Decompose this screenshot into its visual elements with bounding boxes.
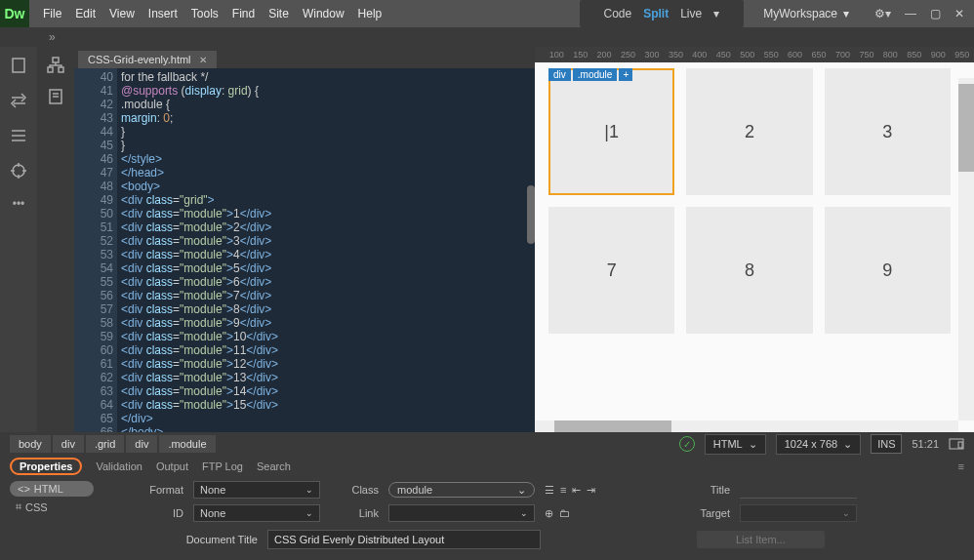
device-preview-icon[interactable] [949, 436, 964, 452]
preview-cell[interactable]: 7 [548, 207, 674, 334]
html-mode-button[interactable]: <> HTML [10, 481, 94, 497]
doc-title-input[interactable] [267, 530, 541, 549]
indent-icon[interactable]: ⇥ [587, 484, 595, 497]
file-icon[interactable] [10, 57, 27, 74]
preview-canvas[interactable]: |123789 div .module + [535, 62, 974, 432]
close-tab-icon[interactable]: ✕ [199, 55, 207, 65]
gear-icon[interactable]: ⚙▾ [874, 7, 891, 20]
viewmode-split[interactable]: Split [643, 7, 669, 20]
svg-rect-7 [958, 442, 962, 448]
document-tab[interactable]: CSS-Grid-evenly.html ✕ [78, 51, 217, 68]
breadcrumb-item[interactable]: .grid [86, 435, 124, 453]
text-format-icons: ☰ ≡ ⇤ ⇥ [545, 484, 662, 497]
page-icon[interactable] [47, 88, 64, 105]
preview-scrollbar-horizontal[interactable] [535, 420, 958, 432]
tree-icon[interactable] [47, 57, 64, 74]
ordered-list-icon[interactable]: ≡ [560, 484, 566, 497]
minimize-icon[interactable]: — [905, 7, 916, 20]
menu-site[interactable]: Site [268, 7, 289, 20]
expand-icon[interactable]: » [0, 30, 56, 44]
class-label: Class [330, 484, 379, 496]
class-select[interactable]: module⌄ [388, 482, 535, 498]
format-select[interactable]: None⌄ [193, 481, 320, 499]
menu-insert[interactable]: Insert [148, 7, 178, 20]
svg-rect-2 [53, 58, 59, 62]
more-icon[interactable]: ••• [13, 197, 25, 211]
link-label: Link [330, 507, 379, 519]
css-icon: ⌗ [16, 500, 21, 513]
svg-rect-0 [13, 59, 24, 72]
panel-tab-properties[interactable]: Properties [10, 458, 82, 475]
panel-tab-ftp-log[interactable]: FTP Log [202, 460, 243, 472]
point-to-file-icon[interactable]: ⊕ [545, 507, 553, 520]
breadcrumb-item[interactable]: div [126, 435, 157, 453]
document-tabs: CSS-Grid-evenly.html ✕ [74, 47, 535, 68]
list-item-button[interactable]: List Item... [697, 531, 825, 548]
viewport-size-select[interactable]: 1024 x 768⌄ [776, 434, 861, 455]
panel-tab-validation[interactable]: Validation [96, 460, 142, 472]
breadcrumb-item[interactable]: .module [159, 435, 215, 453]
code-text[interactable]: for the fallback */@supports (display: g… [117, 68, 535, 432]
app-logo: Dw [0, 0, 29, 27]
title-input[interactable] [740, 481, 857, 499]
id-select[interactable]: None⌄ [193, 504, 320, 522]
doctype-select[interactable]: HTML⌄ [705, 434, 766, 455]
preview-cell[interactable]: |1 [548, 68, 674, 195]
workspace-label: MyWorkspace [763, 7, 837, 20]
panel-tab-output[interactable]: Output [156, 460, 188, 472]
preview-cell[interactable]: 2 [686, 68, 812, 195]
chevron-down-icon: ▾ [843, 7, 849, 20]
preview-cell[interactable]: 3 [825, 68, 951, 195]
cursor-position: 51:21 [912, 438, 939, 450]
format-label: Format [105, 484, 183, 496]
panel-menu-icon[interactable]: ≡ [958, 460, 964, 472]
viewmode-code[interactable]: Code [604, 7, 632, 20]
breadcrumb-item[interactable]: div [53, 435, 84, 453]
element-selector-hint[interactable]: div .module + [548, 68, 632, 81]
add-selector-icon[interactable]: + [619, 68, 632, 81]
svg-rect-3 [48, 67, 53, 72]
id-label: ID [105, 507, 183, 519]
sidebar-tools-right [37, 47, 74, 432]
menu-window[interactable]: Window [303, 7, 345, 20]
scrollbar-thumb[interactable] [527, 185, 535, 244]
chevron-down-icon[interactable]: ▾ [713, 7, 719, 20]
menu-find[interactable]: Find [232, 7, 255, 20]
browse-folder-icon[interactable]: 🗀 [559, 507, 570, 520]
swap-icon[interactable] [10, 92, 27, 109]
insert-mode[interactable]: INS [871, 434, 902, 454]
outdent-icon[interactable]: ⇤ [572, 484, 581, 497]
menu-tools[interactable]: Tools [191, 7, 219, 20]
menu-help[interactable]: Help [358, 7, 383, 20]
unordered-list-icon[interactable]: ☰ [545, 484, 554, 497]
panel-tab-search[interactable]: Search [257, 460, 291, 472]
selector-tag: div [548, 68, 571, 81]
menu-edit[interactable]: Edit [75, 7, 96, 20]
svg-rect-4 [59, 67, 63, 72]
menu-view[interactable]: View [109, 7, 135, 20]
preview-cell[interactable]: 8 [686, 207, 812, 334]
tab-label: CSS-Grid-evenly.html [88, 54, 191, 65]
target-icon[interactable] [10, 162, 27, 180]
workspace-selector[interactable]: MyWorkspace ▾ [763, 7, 849, 20]
list-icon[interactable] [10, 127, 27, 144]
ruler: 1001502002503003504004505005506006507007… [535, 47, 974, 62]
breadcrumb-item[interactable]: body [10, 435, 51, 453]
preview-cell[interactable]: 9 [825, 207, 951, 334]
css-mode-button[interactable]: ⌗ CSS [10, 500, 94, 513]
status-ok-icon[interactable]: ✓ [679, 436, 695, 452]
title-label: Title [671, 484, 730, 496]
target-select[interactable]: ⌄ [740, 504, 857, 522]
close-icon[interactable]: ✕ [954, 7, 964, 20]
viewmode-live[interactable]: Live [680, 7, 702, 20]
link-input[interactable]: ⌄ [388, 504, 535, 522]
selector-class: .module [573, 68, 618, 81]
live-preview: 1001502002503003504004505005506006507007… [535, 47, 974, 432]
restore-icon[interactable]: ▢ [930, 7, 941, 20]
preview-scrollbar-vertical[interactable] [958, 78, 974, 420]
breadcrumb: bodydiv.griddiv.module [10, 435, 218, 453]
menu-file[interactable]: File [43, 7, 61, 20]
top-menu-bar: Dw FileEditViewInsertToolsFindSiteWindow… [0, 0, 974, 27]
code-area[interactable]: 40 41 42 43 44 45 46 47 48 49 50 51 52 5… [74, 68, 535, 432]
bottom-panel: PropertiesValidationOutputFTP LogSearch≡… [0, 456, 974, 560]
